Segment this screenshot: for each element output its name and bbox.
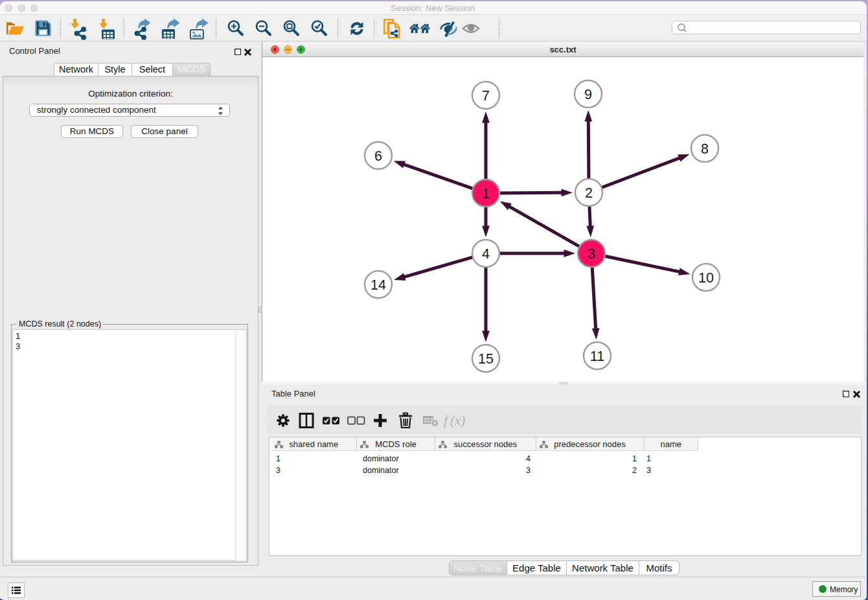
svg-text:3: 3: [588, 246, 595, 262]
svg-text:9: 9: [584, 87, 592, 102]
svg-text:1: 1: [482, 186, 490, 202]
svg-text:10: 10: [698, 270, 714, 286]
svg-text:f (x): f (x): [444, 413, 465, 428]
svg-text:4: 4: [482, 246, 490, 262]
svg-text:8: 8: [701, 141, 709, 157]
svg-text:11: 11: [590, 349, 604, 364]
svg-text:14: 14: [371, 277, 386, 293]
svg-text:2: 2: [585, 185, 593, 201]
svg-text:6: 6: [374, 148, 382, 164]
svg-text:15: 15: [478, 351, 494, 367]
svg-text:7: 7: [482, 88, 490, 104]
